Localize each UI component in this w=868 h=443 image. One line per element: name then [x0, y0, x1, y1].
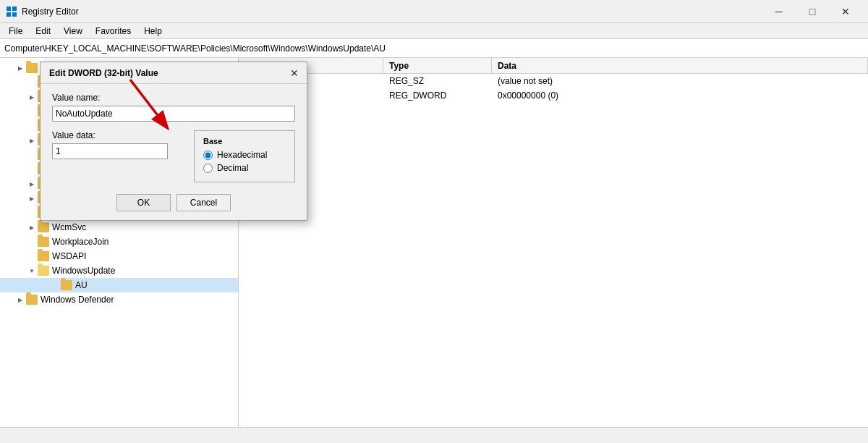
hexadecimal-radio-label[interactable]: Hexadecimal: [203, 150, 286, 160]
title-bar-left: Registry Editor: [6, 6, 79, 17]
tree-item-windowsdefender[interactable]: ▶ Windows Defender: [0, 292, 238, 307]
menu-file[interactable]: File: [3, 25, 28, 38]
value-name-input[interactable]: [52, 106, 295, 122]
table-row[interactable]: NoAutoUpdate REG_DWORD 0x00000000 (0): [239, 88, 868, 103]
expand-arrow: ▶: [26, 91, 38, 103]
expand-arrow: ▶: [14, 62, 26, 74]
svg-rect-3: [12, 12, 17, 17]
cell-type: REG_SZ: [383, 76, 492, 86]
expand-arrow: ▶: [26, 193, 38, 204]
decimal-radio-label[interactable]: Decimal: [203, 163, 286, 173]
decimal-radio[interactable]: [203, 164, 213, 173]
folder-icon-open: [38, 266, 49, 276]
folder-icon: [61, 280, 72, 290]
minimize-button[interactable]: ─: [762, 0, 796, 23]
right-pane-header: Name Type Data: [239, 58, 868, 74]
dialog-body: Value name: Value data: Base Hexadecimal: [41, 84, 307, 220]
tree-label: WindowsUpdate: [52, 266, 115, 276]
window-controls: ─ □ ✕: [762, 0, 862, 23]
col-header-data: Data: [492, 58, 868, 73]
tree-label: WorkplaceJoin: [52, 237, 109, 247]
col-header-type: Type: [383, 58, 492, 73]
close-button[interactable]: ✕: [829, 0, 862, 23]
menu-view[interactable]: View: [58, 25, 88, 38]
expand-arrow: ▶: [26, 135, 38, 146]
folder-icon: [26, 295, 38, 305]
folder-icon: [38, 251, 49, 261]
status-bar: [0, 427, 868, 443]
cancel-button[interactable]: Cancel: [176, 194, 231, 211]
dialog-buttons: OK Cancel: [52, 194, 295, 211]
right-pane: Name Type Data (Default) REG_SZ (value n…: [239, 58, 868, 427]
tree-item-wsdapi[interactable]: ▶ WSDAPI: [0, 249, 238, 263]
tree-label: Windows Defender: [41, 295, 114, 305]
value-name-label: Value name:: [52, 93, 295, 103]
tree-label: WSDAPI: [52, 251, 86, 261]
folder-icon: [38, 237, 49, 247]
maximize-button[interactable]: □: [796, 0, 829, 23]
folder-icon: [38, 222, 49, 232]
svg-rect-0: [7, 7, 11, 11]
cell-data: (value not set): [492, 76, 868, 86]
address-path: Computer\HKEY_LOCAL_MACHINE\SOFTWARE\Pol…: [4, 43, 386, 54]
menu-edit[interactable]: Edit: [30, 25, 56, 38]
tree-item-wcmsvc[interactable]: ▶ WcmSvc: [0, 220, 238, 235]
tree-item-windowsupdate[interactable]: ▼ WindowsUpdate: [0, 263, 238, 278]
expand-arrow: ▶: [26, 178, 38, 190]
window-title: Registry Editor: [22, 7, 79, 17]
tree-label: AU: [75, 280, 88, 290]
expand-arrow: ▶: [26, 222, 38, 233]
menu-favorites[interactable]: Favorites: [90, 25, 137, 38]
svg-rect-1: [12, 7, 17, 11]
base-title: Base: [203, 137, 286, 145]
edit-dword-dialog: Edit DWORD (32-bit) Value ✕ Value name: …: [40, 62, 307, 221]
dialog-close-button[interactable]: ✕: [288, 67, 301, 80]
decimal-label: Decimal: [217, 163, 248, 173]
hexadecimal-radio[interactable]: [203, 151, 213, 160]
dialog-title-bar: Edit DWORD (32-bit) Value ✕: [41, 62, 307, 84]
value-data-input[interactable]: [52, 143, 168, 159]
ok-button[interactable]: OK: [116, 194, 171, 211]
cell-type: REG_DWORD: [383, 90, 492, 101]
value-data-label: Value data:: [52, 130, 182, 140]
menu-bar: File Edit View Favorites Help: [0, 23, 868, 39]
tree-label: WcmSvc: [52, 222, 86, 232]
base-section: Base Hexadecimal Decimal: [194, 130, 295, 182]
svg-rect-2: [7, 12, 11, 17]
expand-arrow: ▼: [26, 265, 38, 277]
folder-icon: [26, 63, 38, 73]
cell-data: 0x00000000 (0): [492, 90, 868, 101]
dialog-title: Edit DWORD (32-bit) Value: [49, 68, 158, 78]
title-bar: Registry Editor ─ □ ✕: [0, 0, 868, 23]
hexadecimal-label: Hexadecimal: [217, 150, 267, 160]
address-bar: Computer\HKEY_LOCAL_MACHINE\SOFTWARE\Pol…: [0, 39, 868, 58]
app-icon: [6, 6, 17, 17]
tree-item-workplacejoin[interactable]: ▶ WorkplaceJoin: [0, 235, 238, 249]
table-row[interactable]: (Default) REG_SZ (value not set): [239, 74, 868, 88]
dialog-row: Value data: Base Hexadecimal Decimal: [52, 130, 295, 182]
tree-item-au[interactable]: ▶ AU: [0, 278, 238, 292]
expand-arrow: ▶: [14, 294, 26, 305]
value-data-section: Value data:: [52, 130, 182, 182]
menu-help[interactable]: Help: [138, 25, 168, 38]
